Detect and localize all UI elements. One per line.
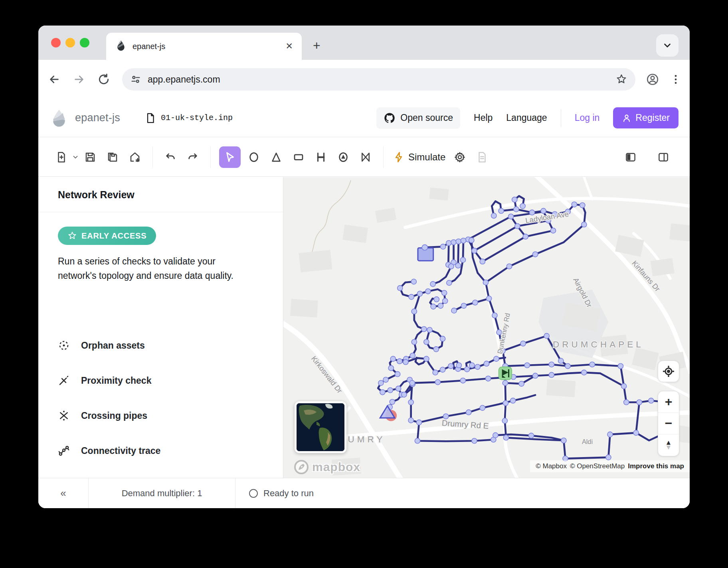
zoom-controls: + − ▲▼ [658, 391, 679, 456]
simulation-status: Ready to run [235, 478, 327, 508]
mapbox-icon [294, 460, 309, 475]
reservoir-tool-button[interactable] [267, 148, 285, 166]
cursor-icon [224, 151, 236, 163]
document-icon [476, 151, 488, 163]
forward-button[interactable] [70, 71, 88, 88]
lightning-icon [393, 152, 404, 163]
file-icon [145, 112, 156, 124]
profile-avatar-icon[interactable] [646, 73, 659, 86]
minimize-window-button[interactable] [65, 38, 75, 47]
pitch-toggle-button[interactable]: ▲▼ [658, 434, 679, 456]
reload-button[interactable] [95, 71, 113, 88]
collapse-statusbar-button[interactable]: « [38, 478, 89, 508]
circle-icon [248, 151, 260, 163]
pipe-tool-button[interactable] [312, 148, 330, 166]
redo-button[interactable] [184, 148, 202, 166]
browser-menu-icon[interactable] [670, 73, 682, 85]
check-item-label: Proximity check [81, 375, 151, 386]
check-item-proximity-check[interactable]: Proximity check [58, 369, 151, 392]
toggle-left-panel-button[interactable] [621, 148, 640, 166]
github-icon [384, 112, 396, 124]
bookmark-star-icon[interactable] [615, 73, 627, 85]
toggle-right-panel-button[interactable] [654, 148, 673, 166]
check-item-label: Crossing pipes [81, 410, 147, 421]
proximity-check-icon [58, 375, 70, 387]
login-link[interactable]: Log in [575, 112, 600, 123]
junction-tool-button[interactable] [245, 148, 263, 166]
zoom-in-button[interactable]: + [658, 391, 679, 413]
browser-tab[interactable]: epanet-js ✕ [106, 33, 302, 60]
star-icon [67, 231, 77, 241]
open-source-button[interactable]: Open source [376, 107, 460, 129]
triangle-icon [270, 151, 282, 163]
brand-name: epanet-js [75, 112, 120, 124]
svg-text:DRUMCHAPEL: DRUMCHAPEL [553, 339, 644, 349]
crossing-pipes-icon [58, 410, 70, 422]
gear-icon [454, 151, 466, 163]
check-item-label: Connectivity trace [81, 446, 160, 456]
save-copy-button[interactable] [103, 148, 122, 166]
panel-right-icon [657, 151, 669, 163]
simulate-label: Simulate [408, 152, 445, 163]
new-file-button[interactable] [52, 148, 71, 166]
site-settings-icon[interactable] [130, 74, 141, 85]
register-label: Register [635, 112, 670, 123]
valve-tool-button[interactable] [356, 148, 375, 166]
header-divider [561, 109, 561, 127]
attribution-mapbox[interactable]: © Mapbox [536, 462, 567, 470]
register-button[interactable]: Register [613, 107, 679, 128]
save-to-cloud-button[interactable] [126, 148, 144, 166]
tab-title: epanet-js [133, 42, 286, 51]
select-tool-button[interactable] [219, 146, 241, 168]
rectangle-icon [293, 151, 305, 163]
settings-button[interactable] [451, 148, 469, 166]
panel-divider [38, 212, 283, 212]
zoom-out-button[interactable]: − [658, 413, 679, 434]
open-source-label: Open source [400, 112, 453, 123]
status-ring-icon [249, 489, 258, 498]
app-brand: epanet-js [49, 108, 120, 128]
simulate-button[interactable]: Simulate [393, 152, 445, 163]
pump-icon [337, 151, 349, 163]
locate-icon [662, 365, 675, 378]
improve-map-link[interactable]: Improve this map [628, 462, 684, 470]
geolocate-button[interactable] [658, 361, 679, 382]
demand-multiplier[interactable]: Demand multiplier: 1 [89, 478, 235, 508]
undo-button[interactable] [161, 148, 180, 166]
url-bar[interactable]: app.epanetjs.com [122, 68, 635, 91]
minimap-globe[interactable] [295, 401, 346, 453]
report-button[interactable] [473, 148, 491, 166]
close-window-button[interactable] [51, 38, 61, 47]
person-icon [622, 113, 631, 123]
panel-title: Network Review [38, 177, 283, 201]
url-text[interactable]: app.epanetjs.com [148, 74, 615, 85]
tank-tool-button[interactable] [289, 148, 308, 166]
save-button[interactable] [81, 148, 99, 166]
mapbox-logo[interactable]: mapbox [294, 460, 360, 475]
file-chip[interactable]: 01-uk-style.inp [145, 112, 233, 124]
language-link[interactable]: Language [506, 112, 547, 123]
maximize-window-button[interactable] [80, 38, 89, 47]
check-item-orphan-assets[interactable]: Orphan assets [58, 333, 145, 357]
chevron-down-icon [662, 40, 673, 51]
orphan-assets-icon [58, 339, 70, 351]
attribution-osm[interactable]: © OpenStreetMap [570, 462, 625, 470]
new-tab-button[interactable]: + [313, 39, 320, 52]
check-item-label: Orphan assets [81, 340, 145, 351]
panel-left-icon [625, 151, 637, 163]
new-file-menu-chevron-icon[interactable] [72, 154, 79, 161]
early-access-label: EARLY ACCESS [81, 231, 146, 241]
back-button[interactable] [46, 71, 63, 88]
network-review-panel: Network Review EARLY ACCESS Run a series… [38, 177, 283, 478]
check-item-crossing-pipes[interactable]: Crossing pipes [58, 404, 147, 428]
tab-close-icon[interactable]: ✕ [286, 41, 293, 51]
map-canvas[interactable]: Ladyloan AveKinfauns DrAirgold DrDunkenn… [283, 177, 690, 478]
svg-text:Aldi: Aldi [582, 438, 593, 445]
valve-icon [360, 151, 372, 163]
pipe-icon [315, 151, 327, 163]
tab-search-button[interactable] [656, 34, 679, 57]
file-name: 01-uk-style.inp [161, 113, 233, 122]
check-item-connectivity-trace[interactable]: Connectivity trace [58, 439, 160, 463]
help-link[interactable]: Help [474, 112, 493, 123]
pump-tool-button[interactable] [334, 148, 352, 166]
